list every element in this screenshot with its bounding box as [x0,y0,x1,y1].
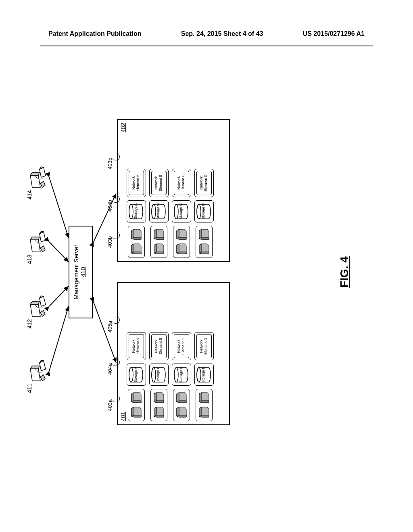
leader-curve [112,153,120,160]
netelem-box: Network Element B [149,332,169,360]
storage-col-label-b: 404b [107,200,113,212]
svg-line-0 [49,306,69,371]
network-element: Network Element C [174,334,189,358]
diagram: 411 412 413 414 [28,113,379,431]
storage-box: Storage B [149,200,169,222]
network-element: Network Element B [151,171,167,195]
network-element: Network Element A [129,334,144,358]
compute-group [150,226,167,258]
leader-curve [112,316,120,324]
network-element: Network Element A [129,171,144,195]
zone-b-row: Storage A Network Element A [127,123,146,258]
network-element: Network Element B [151,334,167,358]
network-element: Network Element C [174,171,189,195]
storage-col-label-a: 404a [107,363,113,375]
zone-b: 402 Storage A Network Element A [117,119,230,262]
leader-curve [112,195,120,203]
header-left: Patent Application Publication [48,30,142,37]
compute-col-label-b: 403b [107,236,113,248]
storage-box: Storage A [127,364,146,386]
svg-line-4 [94,302,116,363]
workstation-ref: 412 [26,319,33,328]
zone-b-row: Storage D Network Element D [194,123,214,258]
netelem-box: Network Element A [127,169,146,197]
compute-node-icon [198,229,210,241]
storage-label: Storage C [179,202,183,220]
management-server: Management Server 410 [69,226,93,318]
zone-a: 401 Storage A Network Element A [117,282,230,425]
compute-node-icon [131,406,142,418]
netelem-box: Network Element D [194,169,214,197]
page-header: Patent Application Publication Sep. 24, … [0,0,413,46]
netelem-box: Network Element C [172,169,191,197]
compute-node-icon [131,243,142,255]
compute-node-icon [198,392,210,404]
netelem-box: Network Element B [149,169,169,197]
svg-line-3 [49,177,69,238]
network-element: Network Element D [196,334,212,358]
compute-group [128,389,145,421]
compute-group [173,389,190,421]
netelem-col-label-a: 405a [107,321,113,332]
compute-node-icon [198,243,210,255]
header-right: US 2015/0271296 A1 [303,30,365,37]
zone-a-ref: 401 [120,412,126,421]
zone-a-row: Storage D Network Element D [194,286,214,421]
zone-a-row: Storage B Network Element B [149,286,169,421]
compute-group [128,226,145,258]
mgmt-server-title: Management Server [73,227,79,318]
compute-node-icon [176,392,187,404]
compute-node-icon [176,229,187,241]
compute-node-icon [153,406,165,418]
compute-node-icon [198,406,210,418]
workstation-ref: 413 [26,255,33,264]
storage-label: Storage C [179,366,183,384]
header-center: Sep. 24, 2015 Sheet 4 of 43 [181,30,263,37]
zone-b-ref: 402 [120,123,126,132]
compute-col-label-a: 403a [107,399,113,411]
compute-node-icon [153,243,165,255]
storage-box: Storage D [194,200,214,222]
storage-label: Storage A [133,366,138,384]
mgmt-server-ref: 410 [79,227,86,318]
header-rule [40,46,373,46]
network-element: Network Element D [196,171,212,195]
storage-label: Storage B [156,366,160,384]
workstation-ref: 411 [26,384,33,393]
storage-box: Storage C [172,200,191,222]
compute-group [196,226,213,258]
storage-label: Storage D [201,202,205,220]
zone-a-row: Storage A Network Element A [127,286,146,421]
zone-b-row: Storage B Network Element B [149,123,169,258]
compute-node-icon [131,392,142,404]
netelem-box: Network Element D [194,332,214,360]
svg-line-2 [49,242,69,262]
compute-group [196,389,213,421]
storage-box: Storage D [194,364,214,386]
compute-node-icon [131,229,142,241]
netelem-col-label-b: 403b [107,158,113,169]
leader-curve [112,232,120,239]
storage-label: Storage A [133,202,138,220]
workstation-ref: 414 [26,190,33,200]
leader-curve [112,395,120,402]
storage-box: Storage A [127,200,146,222]
figure-label: FIG. 4 [338,256,351,288]
leader-curve [112,359,120,366]
compute-group [150,389,167,421]
storage-label: Storage D [201,366,205,384]
svg-line-1 [49,286,69,306]
netelem-box: Network Element C [172,332,191,360]
storage-box: Storage B [149,364,169,386]
storage-box: Storage C [172,364,191,386]
compute-node-icon [153,229,165,241]
compute-node-icon [176,406,187,418]
zone-a-row: Storage C Network Element C [172,286,191,421]
compute-group [173,226,190,258]
zone-b-row: Storage C Network Element C [172,123,191,258]
compute-node-icon [153,392,165,404]
compute-node-icon [176,243,187,255]
storage-label: Storage B [156,202,160,220]
netelem-box: Network Element A [127,332,146,360]
